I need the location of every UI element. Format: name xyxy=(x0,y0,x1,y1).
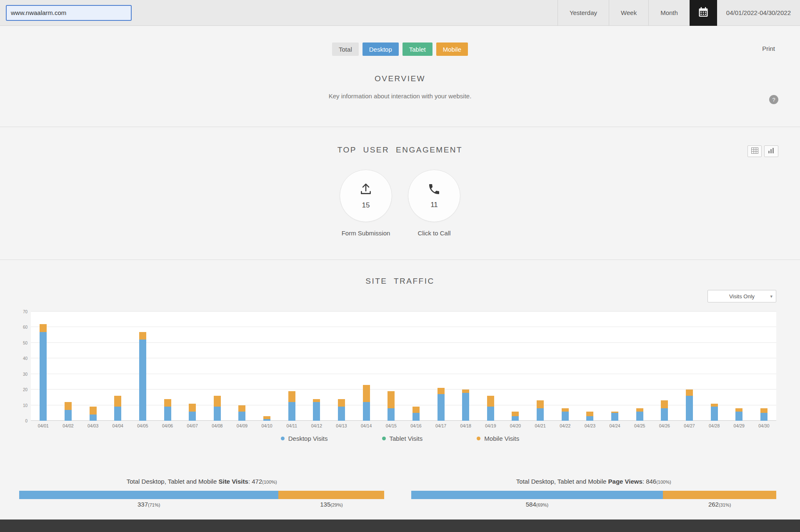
view-toggle-group xyxy=(748,145,778,157)
bar-segment xyxy=(164,407,171,421)
bar-slot xyxy=(205,312,230,421)
week-button[interactable]: Week xyxy=(609,0,648,26)
bar-segment xyxy=(288,391,295,402)
bar-segment xyxy=(686,396,693,421)
bar-segment xyxy=(512,412,519,416)
upload-icon xyxy=(359,182,373,198)
filter-mobile-button[interactable]: Mobile xyxy=(436,42,468,56)
filter-desktop-button[interactable]: Desktop xyxy=(362,42,399,56)
click-to-call-card[interactable]: 11 Click to Call xyxy=(408,170,460,237)
y-axis-tick: 50 xyxy=(12,341,28,345)
y-axis-tick: 40 xyxy=(12,356,28,361)
filter-tablet-button[interactable]: Tablet xyxy=(402,42,432,56)
stacked-bar xyxy=(263,312,270,421)
page-views-summary: Total Desktop, Tablet and Mobile Page Vi… xyxy=(411,478,777,509)
bar-segment xyxy=(114,407,121,421)
x-axis-tick: 04/10 xyxy=(255,423,280,428)
site-traffic-title: SITE TRAFFIC xyxy=(0,277,800,286)
y-axis-tick: 70 xyxy=(12,310,28,314)
form-submission-count: 15 xyxy=(362,201,370,210)
bar-segment xyxy=(760,408,768,413)
stacked-bar xyxy=(537,312,544,421)
x-axis-tick: 04/14 xyxy=(354,423,379,428)
x-axis-tick: 04/02 xyxy=(56,423,81,428)
bar-slot xyxy=(80,312,105,421)
chart-view-button[interactable] xyxy=(764,145,778,157)
bars-row xyxy=(31,312,776,421)
engagement-cards: 15 Form Submission 11 Click to Call xyxy=(0,170,800,237)
y-axis-tick: 20 xyxy=(12,387,28,392)
stacked-bar xyxy=(363,312,370,421)
footer-bar xyxy=(0,520,800,532)
stacked-bar xyxy=(512,312,519,421)
legend-dot-icon xyxy=(281,437,285,440)
bar-segment xyxy=(636,408,643,411)
bar-segment xyxy=(40,332,47,421)
print-link[interactable]: Print xyxy=(762,45,775,52)
legend-item: Tablet Visits xyxy=(382,435,423,442)
overview-title: OVERVIEW xyxy=(0,74,800,83)
page-views-mobile-segment xyxy=(663,491,776,499)
filter-total-button[interactable]: Total xyxy=(332,42,359,56)
bar-segment xyxy=(114,396,121,407)
stacked-bar xyxy=(586,312,593,421)
y-axis-tick: 10 xyxy=(12,403,28,408)
page-views-desktop-segment xyxy=(411,491,663,499)
x-axis-tick: 04/17 xyxy=(428,423,453,428)
bar-segment xyxy=(512,416,519,421)
page-views-bar xyxy=(411,491,777,499)
bar-segment xyxy=(562,412,569,421)
bar-segment xyxy=(363,402,370,421)
stacked-bar xyxy=(189,312,196,421)
stacked-bar xyxy=(462,312,469,421)
yesterday-button[interactable]: Yesterday xyxy=(558,0,609,26)
selected-date-range: 04/01/2022-04/30/2022 xyxy=(717,0,800,26)
page-views-segment-labels: 584(69%) 262(31%) xyxy=(411,501,777,509)
bar-segment xyxy=(189,404,196,412)
bar-slot xyxy=(453,312,478,421)
bar-segment xyxy=(438,388,445,394)
bar-segment xyxy=(238,412,245,421)
stacked-bar xyxy=(338,312,345,421)
bar-slot xyxy=(752,312,777,421)
x-axis-tick: 04/23 xyxy=(578,423,602,428)
table-view-button[interactable] xyxy=(748,145,762,157)
click-to-call-count: 11 xyxy=(430,201,438,209)
bar-segment xyxy=(562,408,569,411)
website-url-input[interactable] xyxy=(6,5,132,21)
bar-segment xyxy=(735,408,742,411)
form-submission-card[interactable]: 15 Form Submission xyxy=(340,170,392,237)
chart-legend: Desktop VisitsTablet VisitsMobile Visits xyxy=(0,435,800,442)
legend-dot-icon xyxy=(477,437,480,440)
site-visits-bar xyxy=(19,491,385,499)
bar-slot xyxy=(652,312,677,421)
stacked-bar xyxy=(114,312,121,421)
bar-segment xyxy=(388,391,395,408)
help-icon[interactable]: ? xyxy=(769,95,778,104)
bar-segment xyxy=(338,407,345,421)
visits-only-dropdown[interactable]: Visits Only ▾ xyxy=(708,290,776,302)
y-axis-tick: 60 xyxy=(12,325,28,330)
x-axis-tick: 04/13 xyxy=(329,423,354,428)
legend-label: Mobile Visits xyxy=(484,435,519,442)
bar-segment xyxy=(313,402,320,421)
x-axis-tick: 04/30 xyxy=(752,423,777,428)
stacked-bar xyxy=(611,312,618,421)
bar-segment xyxy=(462,390,469,392)
bar-slot xyxy=(304,312,329,421)
bar-segment xyxy=(65,402,72,410)
site-visits-title: Total Desktop, Tablet and Mobile Site Vi… xyxy=(19,478,385,485)
site-visits-segment-labels: 337(71%) 135(29%) xyxy=(19,501,385,509)
stacked-bar xyxy=(214,312,221,421)
x-axis-tick: 04/16 xyxy=(404,423,429,428)
click-to-call-circle: 11 xyxy=(408,170,460,222)
bar-chart-icon xyxy=(768,147,775,155)
calendar-button[interactable] xyxy=(690,0,717,26)
month-button[interactable]: Month xyxy=(648,0,690,26)
bar-slot xyxy=(578,312,602,421)
bar-slot xyxy=(702,312,727,421)
stacked-bar xyxy=(686,312,693,421)
x-axis-tick: 04/27 xyxy=(677,423,702,428)
x-axis-tick: 04/05 xyxy=(130,423,155,428)
click-to-call-label: Click to Call xyxy=(408,230,460,237)
